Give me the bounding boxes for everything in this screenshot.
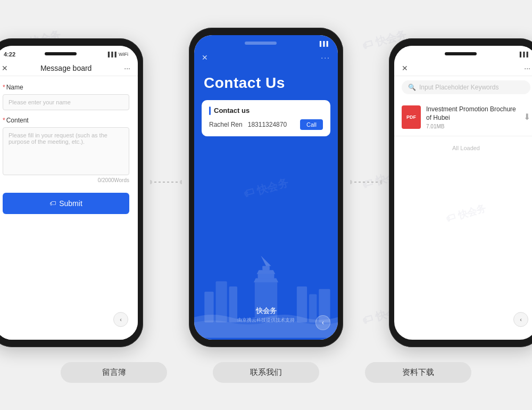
svg-rect-6 — [262, 266, 270, 270]
brand-subtitle: 由京携云科技提供技术支持 — [237, 317, 295, 324]
phone2-frame: ▐▐▐ ✕ ··· Contact Us Contact u — [189, 28, 343, 347]
phone3-notch — [445, 52, 477, 55]
content-label: Content — [6, 117, 29, 124]
phone3-more-icon[interactable]: ··· — [524, 64, 530, 72]
phone1-status-bar: 4:22 ▐▐▐ WiFi — [0, 46, 138, 61]
phone3-frame: ▐▐▐ ✕ ··· 🔍 Input Placeholder Keywords P… — [389, 38, 532, 347]
svg-point-1 — [180, 180, 182, 184]
phone2-status-bar: ▐▐▐ — [194, 35, 338, 50]
svg-point-0 — [150, 180, 152, 184]
contact-phone: 18311324870 — [248, 121, 287, 128]
name-label-row: * Name — [3, 84, 129, 91]
contact-header: Contact Us — [194, 65, 338, 97]
search-bar[interactable]: 🔍 Input Placeholder Keywords — [402, 80, 530, 94]
brand-section: 快会务 由京携云科技提供技术支持 — [237, 306, 295, 324]
phone3-status-icons: ▐▐▐ — [518, 52, 528, 57]
phone3-close-icon[interactable]: ✕ — [402, 64, 408, 72]
svg-marker-9 — [254, 278, 278, 282]
phone3-label: 资料下载 — [365, 362, 471, 383]
phone1-close-icon[interactable]: ✕ — [2, 64, 8, 72]
name-field-group: * Name Please enter your name — [3, 84, 129, 110]
svg-marker-5 — [261, 256, 271, 266]
phone1-nav-title: Message board — [40, 64, 92, 72]
submit-button[interactable]: 🏷 Submit — [3, 193, 129, 214]
name-input[interactable]: Please enter your name — [3, 94, 129, 110]
svg-rect-11 — [297, 286, 307, 323]
contact-name: Rachel Ren — [209, 121, 243, 128]
signal-icon: ▐▐▐ — [106, 52, 117, 57]
submit-label: Submit — [59, 199, 82, 208]
phone3-screen: ▐▐▐ ✕ ··· 🔍 Input Placeholder Keywords P… — [394, 46, 532, 340]
search-placeholder: Input Placeholder Keywords — [419, 84, 498, 91]
contact-card: Contact us Rachel Ren 18311324870 Call — [202, 100, 330, 136]
svg-point-15 — [380, 180, 382, 184]
phone2-more-icon[interactable]: ··· — [321, 53, 330, 62]
submit-logo-icon: 🏷 — [49, 200, 56, 207]
phone1-time: 4:22 — [4, 51, 15, 58]
phone3-signal-icon: ▐▐▐ — [518, 52, 528, 57]
content-textarea[interactable]: Please fill in your request (such as the… — [3, 127, 129, 175]
file-item: PDF Investment Promotion Brochure of Hub… — [394, 99, 532, 137]
phones-row: 4:22 ▐▐▐ WiFi ✕ Message board ··· * — [0, 28, 532, 347]
phone2-watermark: 🏷 快会务 — [242, 176, 290, 201]
search-icon: 🔍 — [408, 84, 416, 91]
labels-row: 留言簿 联系我们 资料下载 — [61, 362, 471, 383]
content-label-row: * Content — [3, 117, 129, 124]
phone2-label: 联系我们 — [213, 362, 319, 383]
phone1-notch — [45, 52, 77, 55]
phone2-nav: ✕ ··· — [194, 50, 338, 65]
phone1-nav: ✕ Message board ··· — [0, 61, 138, 76]
connector2 — [358, 150, 374, 182]
phone2-notch — [245, 42, 277, 45]
phone3-back-button[interactable]: ‹ — [513, 312, 528, 327]
file-size: 7.01MB — [426, 124, 518, 129]
wifi-icon: WiFi — [119, 52, 128, 57]
svg-marker-7 — [257, 270, 276, 274]
all-loaded-text: All Loaded — [394, 136, 532, 160]
pdf-icon: PDF — [402, 105, 421, 129]
phone1-content: * Name Please enter your name * Content … — [0, 76, 138, 340]
phone1-more-icon[interactable]: ··· — [124, 64, 130, 72]
contact-person: Rachel Ren 18311324870 — [209, 121, 287, 128]
contact-card-title: Contact us — [214, 106, 250, 114]
phone1-frame: 4:22 ▐▐▐ WiFi ✕ Message board ··· * — [0, 38, 143, 347]
contact-us-title: Contact Us — [204, 75, 328, 92]
phone1-status-icons: ▐▐▐ WiFi — [106, 52, 128, 57]
content-field-group: * Content Please fill in your request (s… — [3, 117, 129, 183]
phone1-label: 留言簿 — [61, 362, 167, 383]
name-placeholder: Please enter your name — [9, 99, 71, 105]
phone2-signal-icon: ▐▐▐ — [318, 41, 328, 46]
phone3-empty-area: 🏷 快会务 — [394, 160, 532, 339]
file-info: Investment Promotion Brochure of Hubei 7… — [426, 105, 518, 130]
phone2-content: Contact Us Contact us Rachel Ren 1831132… — [194, 65, 338, 340]
call-button[interactable]: Call — [300, 119, 323, 130]
word-count: 0/2000Words — [3, 177, 129, 183]
contact-card-header: Contact us — [209, 106, 323, 115]
content-required-star: * — [3, 117, 5, 124]
blue-bar-icon — [209, 106, 211, 115]
phone2-screen: ▐▐▐ ✕ ··· Contact Us Contact u — [194, 35, 338, 340]
brand-logo: 快会务 — [237, 306, 295, 316]
phone3-nav: ✕ ··· — [394, 61, 532, 76]
phone1-back-button[interactable]: ‹ — [113, 312, 128, 327]
svg-point-14 — [350, 180, 352, 184]
contact-info-row: Rachel Ren 18311324870 Call — [209, 119, 323, 130]
phone1-back-icon: ‹ — [120, 316, 122, 323]
content-placeholder: Please fill in your request (such as the… — [9, 132, 123, 145]
phone2-back-button[interactable]: ‹ — [315, 315, 330, 330]
file-name: Investment Promotion Brochure of Hubei — [426, 105, 518, 123]
name-label: Name — [6, 84, 23, 91]
pdf-label: PDF — [406, 114, 416, 120]
svg-rect-4 — [229, 286, 237, 323]
download-icon[interactable]: ⬇ — [523, 112, 530, 122]
svg-rect-2 — [204, 291, 213, 322]
phone2-status-icons: ▐▐▐ — [318, 41, 328, 46]
svg-rect-12 — [309, 294, 317, 322]
phone1-screen: 4:22 ▐▐▐ WiFi ✕ Message board ··· * — [0, 46, 138, 340]
svg-rect-8 — [258, 274, 275, 278]
phone2-close-icon[interactable]: ✕ — [202, 53, 208, 62]
phone2-back-icon: ‹ — [322, 319, 324, 326]
svg-rect-3 — [216, 281, 227, 322]
phone3-back-icon: ‹ — [520, 316, 522, 323]
connector1 — [158, 150, 174, 182]
